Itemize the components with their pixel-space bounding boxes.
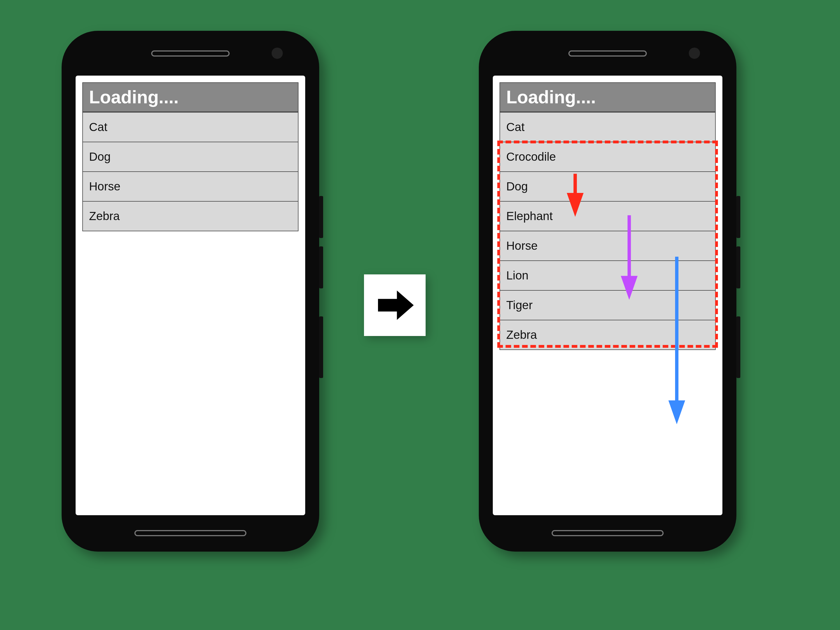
list-view[interactable]: CatCrocodileDogElephantHorseLionTigerZeb…: [499, 112, 716, 350]
transition-arrow-icon: [364, 275, 426, 336]
list-item[interactable]: Zebra: [83, 202, 298, 231]
screen-left: Loading.... CatDogHorseZebra: [76, 76, 305, 515]
screen-right: Loading.... CatCrocodileDogElephantHorse…: [493, 76, 722, 515]
homebar-icon: [134, 530, 246, 536]
app-header: Loading....: [82, 82, 298, 112]
earpiece-icon: [568, 51, 647, 57]
front-camera-icon: [272, 47, 283, 59]
phone-left: Loading.... CatDogHorseZebra: [62, 31, 319, 552]
list-item[interactable]: Cat: [83, 112, 298, 142]
phone-right: Loading.... CatCrocodileDogElephantHorse…: [479, 31, 736, 552]
list-item[interactable]: Horse: [500, 231, 715, 261]
homebar-icon: [552, 530, 663, 536]
list-view[interactable]: CatDogHorseZebra: [82, 112, 298, 231]
volume-up-button[interactable]: [736, 196, 741, 238]
list-item[interactable]: Elephant: [500, 202, 715, 231]
list-item[interactable]: Tiger: [500, 291, 715, 321]
app-header: Loading....: [499, 82, 716, 112]
power-button[interactable]: [319, 316, 323, 378]
volume-up-button[interactable]: [319, 196, 323, 238]
list-item[interactable]: Cat: [500, 112, 715, 142]
front-camera-icon: [689, 47, 700, 59]
list-item[interactable]: Horse: [83, 172, 298, 202]
list-item[interactable]: Lion: [500, 261, 715, 291]
list-item[interactable]: Crocodile: [500, 142, 715, 172]
earpiece-icon: [151, 51, 230, 57]
power-button[interactable]: [736, 316, 741, 378]
volume-down-button[interactable]: [319, 246, 323, 288]
list-item[interactable]: Dog: [83, 142, 298, 172]
list-item[interactable]: Zebra: [500, 321, 715, 350]
list-item[interactable]: Dog: [500, 172, 715, 202]
volume-down-button[interactable]: [736, 246, 741, 288]
